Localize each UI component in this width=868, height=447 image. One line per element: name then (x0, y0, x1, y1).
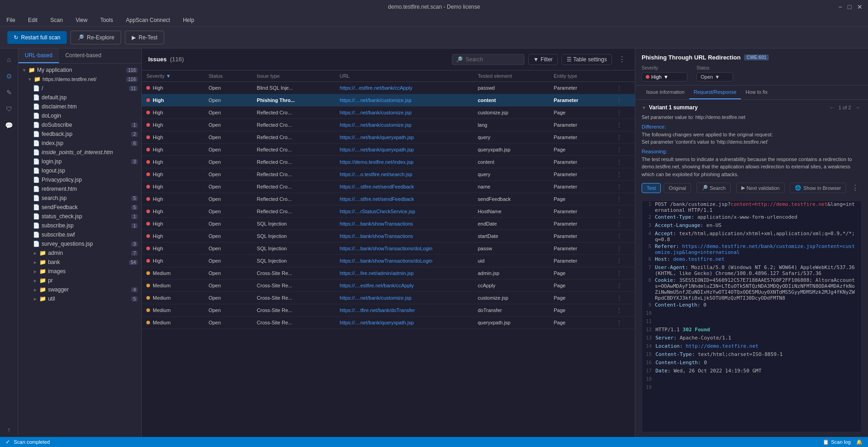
tree-file-inside[interactable]: 📄 inside_points_of_interest.htm (18, 148, 141, 157)
table-row[interactable]: High Open Blind SQL Inje... https://...e… (142, 82, 635, 94)
menu-file[interactable]: File (4, 16, 18, 24)
status-select[interactable]: Open ▼ (697, 72, 733, 81)
col-severity[interactable]: Severity ▼ (142, 70, 204, 82)
tree-file-privacy[interactable]: 📄 Privacypolicy.jsp (18, 175, 141, 184)
table-row[interactable]: High Open Phishing Thro... https://....n… (142, 94, 635, 107)
tree-root-item[interactable]: ▼ 📁 My application 116 (18, 65, 141, 75)
code-tab-original[interactable]: Original (664, 183, 691, 193)
tree-file-statuscheck[interactable]: 📄 status_check.jsp 1 (18, 212, 141, 221)
tree-folder-bank[interactable]: ► 📁 bank 54 (18, 258, 141, 267)
tree-file-loginjsp[interactable]: 📄 login.jsp 3 (18, 157, 141, 166)
tab-request-response[interactable]: Request/Response (689, 86, 741, 99)
row-more-button[interactable]: ⋮ (616, 245, 622, 252)
row-more-button[interactable]: ⋮ (616, 84, 622, 92)
row-more-button[interactable]: ⋮ (616, 257, 622, 264)
cell-actions[interactable]: ⋮ (611, 242, 635, 255)
row-more-button[interactable]: ⋮ (616, 97, 622, 104)
tree-folder-images[interactable]: ► 📁 images (18, 267, 141, 276)
tree-file-subscribeswf[interactable]: 📄 subscribe.swf (18, 230, 141, 239)
cell-actions[interactable]: ⋮ (611, 280, 635, 292)
maximize-button[interactable]: □ (848, 3, 852, 11)
row-more-button[interactable]: ⋮ (616, 183, 622, 190)
row-more-button[interactable]: ⋮ (616, 282, 622, 289)
table-row[interactable]: Medium Open Cross-Site Re... https://...… (142, 292, 635, 304)
cell-actions[interactable]: ⋮ (611, 131, 635, 144)
notifications-button[interactable]: 🔔 (856, 439, 863, 445)
search-code-button[interactable]: 🔎 Search (697, 183, 731, 193)
cell-actions[interactable]: ⋮ (611, 181, 635, 193)
chat-icon-btn[interactable]: 💬 (2, 118, 16, 133)
cell-actions[interactable]: ⋮ (611, 107, 635, 119)
table-row[interactable]: High Open Reflected Cro... https://....n… (142, 144, 635, 156)
tree-file-retirement[interactable]: 📄 retirement.htm (18, 184, 141, 194)
tree-folder-admin[interactable]: ► 📁 admin 7 (18, 248, 141, 258)
cell-actions[interactable]: ⋮ (611, 168, 635, 181)
menu-tools[interactable]: Tools (97, 16, 116, 24)
col-status[interactable]: Status (204, 70, 252, 82)
row-more-button[interactable]: ⋮ (616, 121, 622, 129)
cell-actions[interactable]: ⋮ (611, 82, 635, 94)
tree-file-indexjsp[interactable]: 📄 index.jsp 6 (18, 139, 141, 148)
tree-file-disclaimer[interactable]: 📄 disclaimer.htm (18, 102, 141, 111)
row-more-button[interactable]: ⋮ (616, 134, 622, 141)
tab-issue-information[interactable]: Issue information (642, 86, 689, 99)
issues-more-button[interactable]: ⋮ (616, 53, 628, 65)
cell-actions[interactable]: ⋮ (611, 144, 635, 156)
row-more-button[interactable]: ⋮ (616, 146, 622, 153)
tree-folder-swagger[interactable]: ► 📁 swagger 4 (18, 285, 141, 294)
cell-actions[interactable]: ⋮ (611, 193, 635, 205)
tree-file-searchjsp[interactable]: 📄 search.jsp 5 (18, 194, 141, 203)
row-more-button[interactable]: ⋮ (616, 232, 622, 240)
filter-button[interactable]: ▼ Filter (528, 54, 558, 65)
code-tab-test[interactable]: Test (642, 183, 661, 193)
scan-icon-btn[interactable]: ⊙ (2, 69, 16, 83)
table-row[interactable]: High Open SQL Injection https://....bank… (142, 218, 635, 230)
table-row[interactable]: High Open Reflected Cro... https://....s… (142, 193, 635, 205)
restart-full-scan-button[interactable]: ↻ Restart full scan (7, 31, 67, 44)
variant-prev-button[interactable]: ← (828, 105, 836, 110)
tree-file-default[interactable]: 📄 default.jsp (18, 93, 141, 102)
tab-url-based[interactable]: URL-based (18, 48, 59, 63)
menu-help[interactable]: Help (180, 16, 197, 24)
table-row[interactable]: High Open Reflected Cro... https://....s… (142, 181, 635, 193)
menu-view[interactable]: View (73, 16, 90, 24)
variant-next-button[interactable]: → (854, 105, 862, 110)
row-more-button[interactable]: ⋮ (616, 195, 622, 203)
table-row[interactable]: High Open Reflected Cro... https://....n… (142, 131, 635, 144)
show-browser-button[interactable]: 🌐 Show in Browser (790, 183, 846, 193)
variant-header[interactable]: ▼ Variant 1 summary ← 1 of 2 → (642, 104, 862, 111)
cell-actions[interactable]: ⋮ (611, 317, 635, 329)
row-more-button[interactable]: ⋮ (616, 158, 622, 166)
cell-actions[interactable]: ⋮ (611, 255, 635, 267)
cell-actions[interactable]: ⋮ (611, 205, 635, 218)
cell-actions[interactable]: ⋮ (611, 304, 635, 317)
col-entity[interactable]: Entity type (549, 70, 611, 82)
menu-scan[interactable]: Scan (48, 16, 65, 24)
shield-icon-btn[interactable]: 🛡 (2, 102, 16, 116)
table-row[interactable]: Medium Open Cross-Site Re... https://...… (142, 280, 635, 292)
row-more-button[interactable]: ⋮ (616, 208, 622, 215)
row-more-button[interactable]: ⋮ (616, 294, 622, 302)
table-row[interactable]: High Open Reflected Cro... https://....n… (142, 119, 635, 131)
tree-folder-pr[interactable]: ► 📁 pr (18, 276, 141, 285)
row-more-button[interactable]: ⋮ (616, 171, 622, 178)
menu-appscan-connect[interactable]: AppScan Connect (123, 16, 173, 24)
cell-actions[interactable]: ⋮ (611, 94, 635, 107)
cell-actions[interactable]: ⋮ (611, 218, 635, 230)
table-row[interactable]: Medium Open Cross-Site Re... https://...… (142, 267, 635, 280)
row-more-button[interactable]: ⋮ (616, 307, 622, 314)
tree-file-subscribejsp[interactable]: 📄 subscribe.jsp 1 (18, 221, 141, 230)
table-row[interactable]: High Open Reflected Cro... https://....n… (142, 107, 635, 119)
cell-actions[interactable]: ⋮ (611, 119, 635, 131)
col-tested[interactable]: Tested element (473, 70, 549, 82)
cell-actions[interactable]: ⋮ (611, 292, 635, 304)
table-settings-button[interactable]: ☰ Table settings (562, 54, 612, 65)
table-row[interactable]: Medium Open Cross-Site Re... https://...… (142, 304, 635, 317)
row-more-button[interactable]: ⋮ (616, 220, 622, 227)
table-row[interactable]: High Open Reflected Cro... https://....o… (142, 168, 635, 181)
tree-file-survey[interactable]: 📄 survey_questions.jsp 3 (18, 239, 141, 248)
table-row[interactable]: Medium Open Cross-Site Re... https://...… (142, 317, 635, 329)
menu-edit[interactable]: Edit (25, 16, 40, 24)
tree-file-logoutjsp[interactable]: 📄 logout.jsp (18, 166, 141, 175)
row-more-button[interactable]: ⋮ (616, 109, 622, 116)
